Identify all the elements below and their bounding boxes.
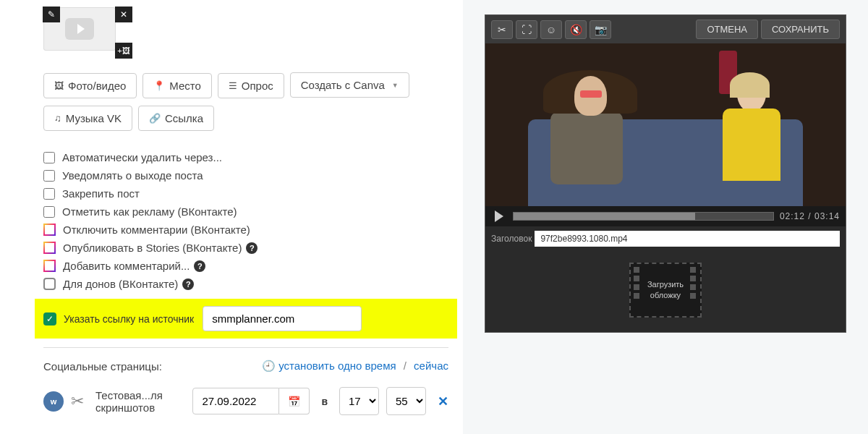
crop-icon: ⛶ <box>522 24 532 35</box>
source-link-label: Указать ссылку на источник <box>64 313 194 325</box>
option-disable-comments[interactable]: Отключить комментарии (ВКонтакте) <box>43 221 448 239</box>
vk-icon: w <box>43 391 64 412</box>
checkbox-add-comment[interactable] <box>43 260 56 272</box>
option-pin[interactable]: Закрепить пост <box>43 184 448 203</box>
clock-icon: 🕘 <box>262 359 276 372</box>
place-button[interactable]: 📍Место <box>142 73 212 98</box>
canva-button[interactable]: Создать с Canva▼ <box>290 72 409 98</box>
title-label: Заголовок <box>491 234 532 244</box>
play-icon <box>495 210 503 222</box>
checkbox-publish-stories[interactable] <box>43 242 56 254</box>
option-auto-delete[interactable]: Автоматически удалить через... <box>43 148 448 166</box>
scissors-icon: ✂ <box>498 24 506 35</box>
date-input[interactable] <box>192 388 279 414</box>
social-pages-label: Социальные страницы: <box>43 360 162 373</box>
option-for-dons[interactable]: Для донов (ВКонтакте)? <box>43 275 448 293</box>
save-button[interactable]: СОХРАНИТЬ <box>761 20 840 39</box>
mute-button[interactable]: 🔇 <box>565 20 587 39</box>
source-link-row: ✓ Указать ссылку на источник <box>35 299 457 339</box>
help-icon[interactable]: ? <box>182 278 194 290</box>
video-thumbnail[interactable]: ✎ ✕ +🖼 <box>43 7 116 51</box>
mute-icon: 🔇 <box>570 24 582 35</box>
post-settings-panel: ✎ ✕ +🖼 🖼Фото/видео 📍Место ☰Опрос Создать… <box>0 0 463 434</box>
list-icon: ☰ <box>229 80 237 91</box>
option-add-comment[interactable]: Добавить комментарий...? <box>43 257 448 275</box>
photo-video-button[interactable]: 🖼Фото/видео <box>43 73 137 98</box>
option-mark-ad[interactable]: Отметить как рекламу (ВКонтакте) <box>43 203 448 221</box>
title-row: Заголовок <box>485 226 846 251</box>
sticker-icon: ☺ <box>546 24 556 35</box>
minute-select[interactable]: 55 <box>386 387 426 415</box>
poll-button[interactable]: ☰Опрос <box>218 73 284 98</box>
editor-toolbar: ✂ ⛶ ☺ 🔇 📷 ОТМЕНА СОХРАНИТЬ <box>485 15 846 43</box>
add-media-button[interactable]: +🖼 <box>115 43 132 59</box>
page-name: Тестовая...ля скриншотов <box>95 389 178 414</box>
chevron-down-icon: ▼ <box>392 82 399 89</box>
time-display: 02:12 / 03:14 <box>780 211 840 221</box>
play-icon <box>65 18 94 40</box>
music-icon: ♫ <box>54 113 61 124</box>
attachment-buttons-row-2: ♫Музыка VK 🔗Ссылка <box>43 106 448 134</box>
snapshot-button[interactable]: 📷 <box>590 20 611 39</box>
social-pages-header: Социальные страницы: 🕘установить одно вр… <box>43 359 448 373</box>
set-now-link[interactable]: сейчас <box>414 359 448 372</box>
camera-icon: 📷 <box>595 24 607 35</box>
upload-cover-button[interactable]: Загрузитьобложку <box>629 263 702 318</box>
schedule-row: w ✂ Тестовая...ля скриншотов 📅 в 17 55 ✕ <box>43 387 448 415</box>
trim-button[interactable]: ✂ <box>491 20 513 39</box>
cover-upload-area: Загрузитьобложку <box>485 251 846 332</box>
link-button[interactable]: 🔗Ссылка <box>138 106 214 131</box>
hour-select[interactable]: 17 <box>339 387 379 415</box>
remove-schedule-button[interactable]: ✕ <box>438 393 448 409</box>
music-vk-button[interactable]: ♫Музыка VK <box>43 106 132 131</box>
crop-button[interactable]: ⛶ <box>516 20 537 39</box>
calendar-button[interactable]: 📅 <box>279 388 310 414</box>
checkbox-mark-ad[interactable] <box>43 206 55 218</box>
sticker-button[interactable]: ☺ <box>540 20 562 39</box>
pin-icon: 📍 <box>153 80 165 91</box>
remove-thumbnail-button[interactable]: ✕ <box>115 7 132 22</box>
video-editor-panel: ✂ ⛶ ☺ 🔇 📷 ОТМЕНА СОХРАНИТЬ <box>463 0 868 434</box>
title-input[interactable] <box>535 231 840 247</box>
time-at-label: в <box>321 396 328 407</box>
scissors-icon: ✂ <box>71 392 84 410</box>
checkbox-for-dons[interactable] <box>43 278 56 290</box>
post-options-list: Автоматически удалить через... Уведомлят… <box>43 148 448 293</box>
source-link-input[interactable] <box>203 306 362 331</box>
video-preview[interactable] <box>485 43 846 206</box>
play-button[interactable] <box>491 209 507 224</box>
image-icon: 🖼 <box>54 80 64 91</box>
checkbox-notify[interactable] <box>43 170 55 182</box>
help-icon[interactable]: ? <box>194 260 205 272</box>
link-icon: 🔗 <box>149 113 161 124</box>
checkbox-source-link-checked[interactable]: ✓ <box>43 312 56 326</box>
edit-thumbnail-button[interactable]: ✎ <box>43 7 60 22</box>
checkbox-pin[interactable] <box>43 188 55 200</box>
cancel-button[interactable]: ОТМЕНА <box>696 20 758 39</box>
attachment-buttons-row: 🖼Фото/видео 📍Место ☰Опрос Создать с Canv… <box>43 72 448 101</box>
media-thumbnail-row: ✎ ✕ +🖼 <box>43 7 448 51</box>
video-controls: 02:12 / 03:14 <box>485 206 846 226</box>
video-editor: ✂ ⛶ ☺ 🔇 📷 ОТМЕНА СОХРАНИТЬ <box>485 14 846 333</box>
option-publish-stories[interactable]: Опубликовать в Stories (ВКонтакте)? <box>43 239 448 257</box>
progress-bar[interactable] <box>513 212 774 221</box>
calendar-icon: 📅 <box>288 396 300 407</box>
checkbox-disable-comments[interactable] <box>43 224 56 236</box>
set-one-time-link[interactable]: установить одно время <box>278 359 396 372</box>
help-icon[interactable]: ? <box>246 242 258 254</box>
cover-text: Загрузитьобложку <box>647 279 684 302</box>
option-notify[interactable]: Уведомлять о выходе поста <box>43 166 448 184</box>
checkbox-auto-delete[interactable] <box>43 152 55 163</box>
